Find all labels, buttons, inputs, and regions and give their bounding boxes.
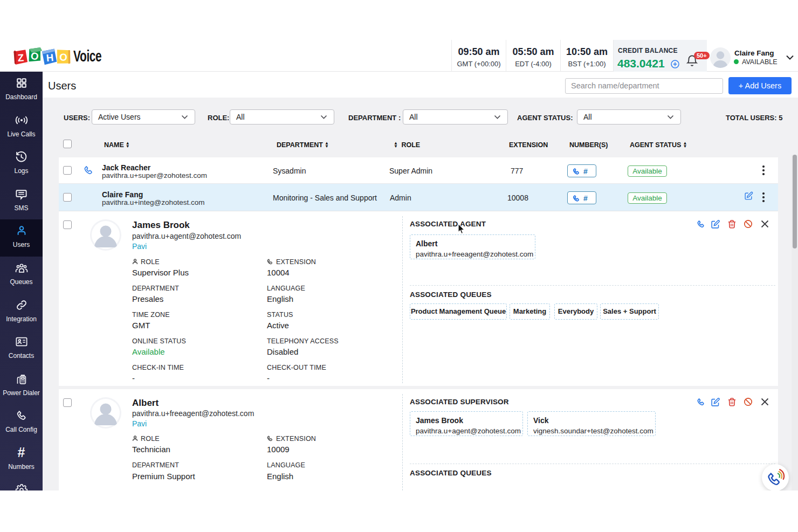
svg-text:#: #: [583, 194, 588, 202]
svg-text:H: H: [46, 52, 54, 64]
svg-text:Voice: Voice: [73, 47, 102, 65]
svg-text:O: O: [59, 51, 67, 63]
svg-text:#: #: [583, 167, 588, 175]
svg-text:Z: Z: [17, 52, 24, 64]
